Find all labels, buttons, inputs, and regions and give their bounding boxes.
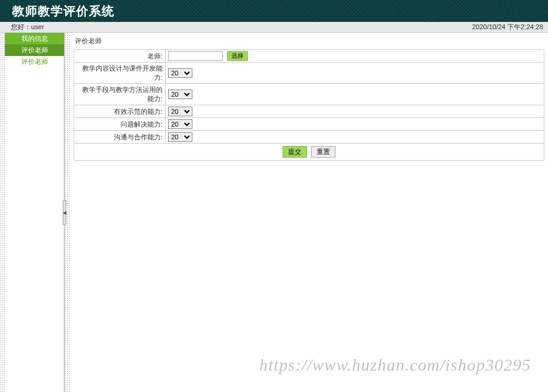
submit-button[interactable]: 提交 [283,146,307,158]
username: user [31,23,44,30]
criteria-label: 有效示范的能力: [74,105,166,118]
criteria-label: 教学内容设计与课件开发能力: [74,63,166,84]
form-row-criteria: 有效示范的能力: 20 [74,105,544,118]
criteria-label: 沟通与合作能力: [74,131,166,144]
collapse-handle-icon[interactable]: ◀ [63,200,66,225]
sidebar-nav: 我的信息 评价老师 评价老师 [5,33,64,68]
form-row-criteria: 教学内容设计与课件开发能力: 20 [74,63,544,84]
content-panel: 评价老师 老师: 选择 教学内容设计与课件开发能力: 20 教学手段与教学方法运… [70,33,548,392]
teacher-input[interactable] [168,51,223,61]
form-row-teacher: 老师: 选择 [74,50,544,63]
form-row-buttons: 提交 重置 [74,144,544,161]
split-divider[interactable]: ◀ [65,33,70,392]
score-select-3[interactable]: 20 [168,107,192,116]
content-title: 评价老师 [74,35,544,49]
score-select-4[interactable]: 20 [168,119,192,129]
criteria-label: 问题解决能力: [74,118,166,131]
score-select-5[interactable]: 20 [168,132,192,142]
score-select-2[interactable]: 20 [168,89,192,99]
form-row-criteria: 教学手段与教学方法运用的能力: 20 [74,84,544,105]
select-teacher-button[interactable]: 选择 [227,51,248,61]
status-bar: 您好：user 2020/10/24 下午2:24:28 [0,22,548,33]
form-row-criteria: 问题解决能力: 20 [74,118,544,131]
reset-button[interactable]: 重置 [311,146,335,158]
sidebar-item-evaluate-teacher[interactable]: 评价老师 [5,44,64,56]
score-select-1[interactable]: 20 [168,68,192,78]
form-row-criteria: 沟通与合作能力: 20 [74,131,544,144]
datetime: 2020/10/24 下午2:24:28 [472,23,543,32]
app-header: 教师教学评价系统 [0,0,548,22]
criteria-label: 教学手段与教学方法运用的能力: [74,84,166,105]
sidebar-item-my-info[interactable]: 我的信息 [5,33,64,44]
evaluation-form: 老师: 选择 教学内容设计与课件开发能力: 20 教学手段与教学方法运用的能力: [74,49,544,161]
app-title: 教师教学评价系统 [12,3,114,19]
teacher-field: 选择 [166,50,544,63]
teacher-label: 老师: [74,50,166,63]
greeting: 您好：user [11,23,44,32]
main-area: 我的信息 评价老师 评价老师 ◀ 评价老师 老师: 选择 教学内容设计与课件开发… [0,33,548,392]
sidebar: 我的信息 评价老师 评价老师 [0,33,65,392]
sidebar-item-evaluate-teacher-sub[interactable]: 评价老师 [5,56,64,68]
sidebar-left-texture [0,33,5,392]
